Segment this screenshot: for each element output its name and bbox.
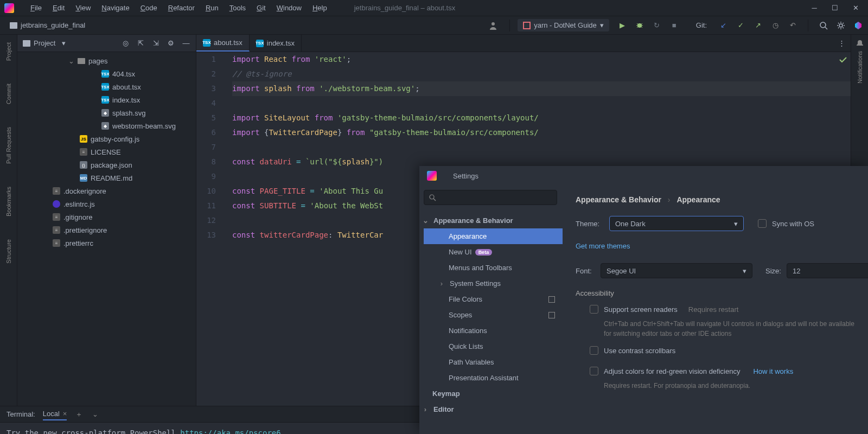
locate-icon[interactable]: ◎ [121, 39, 130, 48]
settings-item-scopes[interactable]: Scopes [424, 307, 563, 323]
debug-icon[interactable] [635, 21, 644, 30]
git-pull-icon[interactable]: ↙ [719, 21, 727, 30]
settings-item-appearance[interactable]: Appearance [424, 228, 563, 244]
run-icon[interactable]: ▶ [618, 21, 627, 30]
tree-item[interactable]: ◆webstorm-beam.svg [17, 119, 196, 132]
svg-line-7 [641, 27, 642, 28]
settings-item-notifications[interactable]: Notifications [424, 323, 563, 339]
git-commit-icon[interactable]: ✓ [736, 21, 745, 30]
menu-refactor[interactable]: Refactor [163, 2, 200, 14]
history-icon[interactable]: ◷ [771, 21, 780, 30]
how-it-works-link[interactable]: How it works [753, 367, 793, 375]
menu-file[interactable]: File [25, 2, 47, 14]
search-icon[interactable] [819, 21, 828, 30]
editor-tab[interactable]: TSXindex.tsx [250, 35, 302, 52]
minimize-icon[interactable]: ─ [810, 4, 818, 12]
close-tab-icon[interactable]: × [63, 410, 67, 418]
tool-notifications[interactable]: Notifications [857, 48, 863, 87]
tree-item[interactable]: ≡LICENSE [17, 145, 196, 158]
tree-item[interactable]: TSXabout.tsx [17, 80, 196, 93]
menu-navigate[interactable]: Navigate [96, 2, 135, 14]
settings-search-input[interactable] [424, 190, 557, 205]
svg-point-11 [430, 195, 434, 199]
editor-tab[interactable]: TSXabout.tsx [196, 35, 250, 52]
screen-readers-hint: Ctrl+Tab and Ctrl+Shift+Tab will navigat… [604, 319, 855, 339]
tree-item[interactable]: ≡.dockerignore [17, 184, 196, 197]
git-push-icon[interactable]: ↗ [754, 21, 762, 30]
tree-item[interactable]: MDREADME.md [17, 171, 196, 184]
inspection-ok-icon[interactable] [839, 55, 847, 64]
tool-project[interactable]: Project [5, 39, 12, 64]
settings-item-appearance-behavior[interactable]: ⌄Appearance & Behavior [424, 213, 563, 228]
menu-view[interactable]: View [70, 2, 96, 14]
tree-item[interactable]: TSX404.tsx [17, 67, 196, 80]
project-tree[interactable]: ⌄pagesTSX404.tsxTSXabout.tsxTSXindex.tsx… [17, 52, 196, 406]
code-with-me-icon[interactable] [854, 21, 863, 30]
menu-code[interactable]: Code [135, 2, 163, 14]
accessibility-heading: Accessibility [576, 289, 855, 297]
theme-select[interactable]: One Dark ▾ [609, 216, 744, 231]
tool-commit[interactable]: Commit [5, 80, 12, 107]
gear-icon[interactable]: ⚙ [167, 39, 175, 48]
tsx-icon: TSX [256, 40, 264, 47]
collapse-all-icon[interactable]: ⇲ [151, 39, 160, 48]
txt-icon: ≡ [53, 239, 60, 247]
tab-more-icon[interactable]: ⋮ [833, 35, 851, 52]
tree-item[interactable]: ⌄pages [17, 54, 196, 67]
size-label: Size: [765, 267, 781, 275]
tree-item[interactable]: ≡.prettierrc [17, 237, 196, 250]
tsx-icon: TSX [203, 39, 210, 47]
terminal-tab-local[interactable]: Local × [43, 408, 67, 420]
terminal-link[interactable]: https://aka.ms/pscore6 [180, 429, 280, 434]
run-configuration-select[interactable]: yarn - DotNet Guide ▾ [518, 19, 609, 31]
colorblind-checkbox[interactable] [590, 367, 598, 375]
menu-window[interactable]: Window [271, 2, 307, 14]
settings-item-system-settings[interactable]: ›System Settings [424, 276, 563, 291]
stop-icon[interactable]: ■ [670, 21, 679, 30]
expand-all-icon[interactable]: ⇱ [136, 39, 145, 48]
settings-tree[interactable]: ⌄Appearance & BehaviorAppearanceNew UIBe… [424, 213, 563, 434]
font-select[interactable]: Segoe UI ▾ [601, 263, 752, 278]
account-icon[interactable] [488, 20, 499, 31]
settings-item-new-ui[interactable]: New UIBeta [424, 244, 563, 260]
run-with-coverage-icon[interactable]: ↻ [653, 21, 661, 30]
tree-item[interactable]: ≡.gitignore [17, 210, 196, 224]
tree-item[interactable]: .eslintrc.js [17, 197, 196, 210]
tree-item[interactable]: ◆splash.svg [17, 106, 196, 119]
chevron-down-icon[interactable]: ▾ [62, 39, 66, 47]
chevron-down-icon[interactable]: ⌄ [91, 410, 99, 419]
undo-icon[interactable]: ↶ [788, 21, 797, 30]
contrast-scrollbars-checkbox[interactable] [590, 346, 598, 355]
settings-item-presentation-assistant[interactable]: Presentation Assistant [424, 370, 563, 386]
settings-item-menus-and-toolbars[interactable]: Menus and Toolbars [424, 260, 563, 276]
settings-icon[interactable] [837, 21, 845, 30]
project-breadcrumb[interactable]: jetbrains_guide_final [5, 20, 90, 31]
menu-run[interactable]: Run [200, 2, 224, 14]
tree-item[interactable]: {}package.json [17, 158, 196, 171]
settings-item-file-colors[interactable]: File Colors [424, 291, 563, 307]
terminal-title: Terminal: [7, 410, 35, 418]
screen-readers-checkbox[interactable] [590, 305, 598, 314]
settings-item-quick-lists[interactable]: Quick Lists [424, 339, 563, 354]
maximize-icon[interactable]: ☐ [831, 4, 839, 12]
settings-item-keymap[interactable]: Keymap [424, 386, 563, 401]
new-session-icon[interactable]: ＋ [74, 410, 83, 419]
menu-edit[interactable]: Edit [47, 2, 70, 14]
hide-icon[interactable]: — [182, 39, 190, 48]
sync-with-os-checkbox[interactable] [758, 219, 767, 228]
menu-tools[interactable]: Tools [224, 2, 251, 14]
tool-bookmarks[interactable]: Bookmarks [5, 183, 12, 220]
tree-item[interactable]: JSgatsby-config.js [17, 132, 196, 145]
settings-item-editor[interactable]: ›Editor [424, 401, 563, 417]
tree-item[interactable]: TSXindex.tsx [17, 93, 196, 106]
tree-item[interactable]: ≡.prettierignore [17, 224, 196, 237]
size-select[interactable]: 12 ▾ [787, 263, 868, 278]
menu-help[interactable]: Help [307, 2, 333, 14]
tool-pull-requests[interactable]: Pull Requests [5, 124, 12, 167]
tool-structure[interactable]: Structure [5, 236, 12, 267]
menu-git[interactable]: Git [251, 2, 271, 14]
settings-item-path-variables[interactable]: Path Variables [424, 354, 563, 370]
close-icon[interactable]: ✕ [852, 4, 859, 12]
bell-icon[interactable] [856, 39, 864, 48]
get-more-themes-link[interactable]: Get more themes [576, 242, 630, 250]
